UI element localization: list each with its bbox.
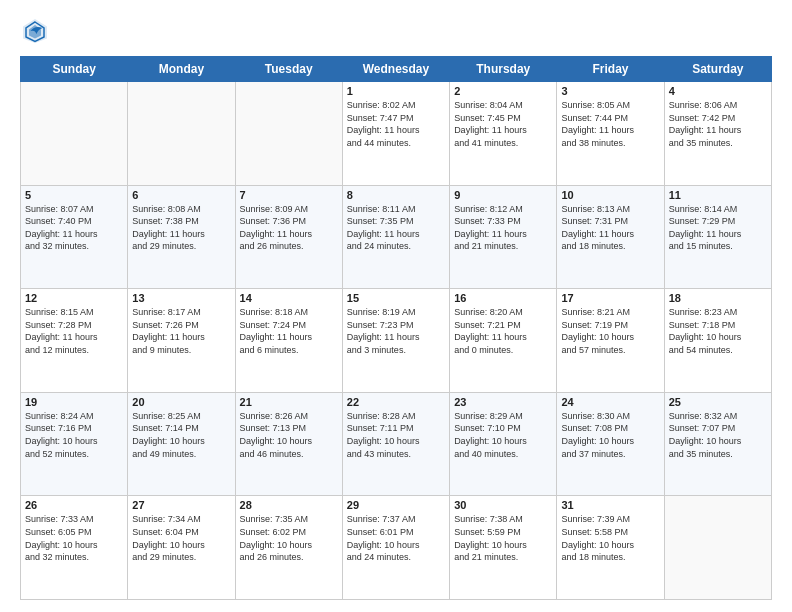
day-info: Sunrise: 8:11 AM Sunset: 7:35 PM Dayligh… [347,203,445,253]
day-number: 24 [561,396,659,408]
col-saturday: Saturday [664,57,771,82]
day-number: 18 [669,292,767,304]
day-info: Sunrise: 8:29 AM Sunset: 7:10 PM Dayligh… [454,410,552,460]
calendar-cell: 27Sunrise: 7:34 AM Sunset: 6:04 PM Dayli… [128,496,235,600]
day-number: 16 [454,292,552,304]
calendar-cell: 13Sunrise: 8:17 AM Sunset: 7:26 PM Dayli… [128,289,235,393]
logo [20,16,54,46]
col-monday: Monday [128,57,235,82]
day-number: 8 [347,189,445,201]
col-friday: Friday [557,57,664,82]
day-number: 20 [132,396,230,408]
calendar-cell: 23Sunrise: 8:29 AM Sunset: 7:10 PM Dayli… [450,392,557,496]
day-info: Sunrise: 8:26 AM Sunset: 7:13 PM Dayligh… [240,410,338,460]
calendar-cell: 10Sunrise: 8:13 AM Sunset: 7:31 PM Dayli… [557,185,664,289]
day-number: 12 [25,292,123,304]
day-number: 27 [132,499,230,511]
calendar-cell: 25Sunrise: 8:32 AM Sunset: 7:07 PM Dayli… [664,392,771,496]
calendar-cell [235,82,342,186]
calendar-cell: 4Sunrise: 8:06 AM Sunset: 7:42 PM Daylig… [664,82,771,186]
calendar-week-row: 19Sunrise: 8:24 AM Sunset: 7:16 PM Dayli… [21,392,772,496]
day-number: 3 [561,85,659,97]
day-info: Sunrise: 8:30 AM Sunset: 7:08 PM Dayligh… [561,410,659,460]
day-info: Sunrise: 8:15 AM Sunset: 7:28 PM Dayligh… [25,306,123,356]
calendar-cell: 9Sunrise: 8:12 AM Sunset: 7:33 PM Daylig… [450,185,557,289]
calendar-cell: 11Sunrise: 8:14 AM Sunset: 7:29 PM Dayli… [664,185,771,289]
day-number: 21 [240,396,338,408]
day-number: 25 [669,396,767,408]
calendar-cell [21,82,128,186]
calendar-cell: 2Sunrise: 8:04 AM Sunset: 7:45 PM Daylig… [450,82,557,186]
day-number: 13 [132,292,230,304]
day-number: 29 [347,499,445,511]
calendar-cell: 20Sunrise: 8:25 AM Sunset: 7:14 PM Dayli… [128,392,235,496]
col-sunday: Sunday [21,57,128,82]
calendar-cell [128,82,235,186]
day-number: 7 [240,189,338,201]
logo-icon [20,16,50,46]
calendar-cell: 26Sunrise: 7:33 AM Sunset: 6:05 PM Dayli… [21,496,128,600]
day-number: 19 [25,396,123,408]
day-info: Sunrise: 8:09 AM Sunset: 7:36 PM Dayligh… [240,203,338,253]
day-info: Sunrise: 8:28 AM Sunset: 7:11 PM Dayligh… [347,410,445,460]
calendar-week-row: 5Sunrise: 8:07 AM Sunset: 7:40 PM Daylig… [21,185,772,289]
calendar-cell: 31Sunrise: 7:39 AM Sunset: 5:58 PM Dayli… [557,496,664,600]
day-info: Sunrise: 8:12 AM Sunset: 7:33 PM Dayligh… [454,203,552,253]
calendar-cell: 28Sunrise: 7:35 AM Sunset: 6:02 PM Dayli… [235,496,342,600]
col-wednesday: Wednesday [342,57,449,82]
day-number: 5 [25,189,123,201]
calendar-week-row: 26Sunrise: 7:33 AM Sunset: 6:05 PM Dayli… [21,496,772,600]
calendar-cell: 1Sunrise: 8:02 AM Sunset: 7:47 PM Daylig… [342,82,449,186]
calendar-cell: 8Sunrise: 8:11 AM Sunset: 7:35 PM Daylig… [342,185,449,289]
day-number: 17 [561,292,659,304]
calendar-cell: 17Sunrise: 8:21 AM Sunset: 7:19 PM Dayli… [557,289,664,393]
day-number: 11 [669,189,767,201]
calendar-cell: 7Sunrise: 8:09 AM Sunset: 7:36 PM Daylig… [235,185,342,289]
calendar-cell: 22Sunrise: 8:28 AM Sunset: 7:11 PM Dayli… [342,392,449,496]
day-number: 14 [240,292,338,304]
day-info: Sunrise: 7:33 AM Sunset: 6:05 PM Dayligh… [25,513,123,563]
calendar-cell: 30Sunrise: 7:38 AM Sunset: 5:59 PM Dayli… [450,496,557,600]
day-number: 10 [561,189,659,201]
page: Sunday Monday Tuesday Wednesday Thursday… [0,0,792,612]
day-info: Sunrise: 8:32 AM Sunset: 7:07 PM Dayligh… [669,410,767,460]
day-info: Sunrise: 8:20 AM Sunset: 7:21 PM Dayligh… [454,306,552,356]
day-info: Sunrise: 8:19 AM Sunset: 7:23 PM Dayligh… [347,306,445,356]
day-info: Sunrise: 8:07 AM Sunset: 7:40 PM Dayligh… [25,203,123,253]
day-number: 22 [347,396,445,408]
calendar-cell: 15Sunrise: 8:19 AM Sunset: 7:23 PM Dayli… [342,289,449,393]
calendar-cell: 6Sunrise: 8:08 AM Sunset: 7:38 PM Daylig… [128,185,235,289]
calendar-cell: 12Sunrise: 8:15 AM Sunset: 7:28 PM Dayli… [21,289,128,393]
day-info: Sunrise: 8:21 AM Sunset: 7:19 PM Dayligh… [561,306,659,356]
day-info: Sunrise: 8:24 AM Sunset: 7:16 PM Dayligh… [25,410,123,460]
day-number: 9 [454,189,552,201]
day-info: Sunrise: 8:25 AM Sunset: 7:14 PM Dayligh… [132,410,230,460]
day-info: Sunrise: 8:08 AM Sunset: 7:38 PM Dayligh… [132,203,230,253]
calendar-cell: 29Sunrise: 7:37 AM Sunset: 6:01 PM Dayli… [342,496,449,600]
day-number: 4 [669,85,767,97]
calendar-cell: 3Sunrise: 8:05 AM Sunset: 7:44 PM Daylig… [557,82,664,186]
calendar-cell: 5Sunrise: 8:07 AM Sunset: 7:40 PM Daylig… [21,185,128,289]
header [20,16,772,46]
calendar-cell: 14Sunrise: 8:18 AM Sunset: 7:24 PM Dayli… [235,289,342,393]
calendar-header-row: Sunday Monday Tuesday Wednesday Thursday… [21,57,772,82]
day-info: Sunrise: 7:34 AM Sunset: 6:04 PM Dayligh… [132,513,230,563]
day-number: 28 [240,499,338,511]
day-info: Sunrise: 8:17 AM Sunset: 7:26 PM Dayligh… [132,306,230,356]
calendar-cell: 18Sunrise: 8:23 AM Sunset: 7:18 PM Dayli… [664,289,771,393]
day-info: Sunrise: 8:13 AM Sunset: 7:31 PM Dayligh… [561,203,659,253]
calendar-cell: 19Sunrise: 8:24 AM Sunset: 7:16 PM Dayli… [21,392,128,496]
calendar-table: Sunday Monday Tuesday Wednesday Thursday… [20,56,772,600]
day-number: 15 [347,292,445,304]
day-number: 26 [25,499,123,511]
day-number: 30 [454,499,552,511]
calendar-cell: 21Sunrise: 8:26 AM Sunset: 7:13 PM Dayli… [235,392,342,496]
day-info: Sunrise: 8:02 AM Sunset: 7:47 PM Dayligh… [347,99,445,149]
calendar-cell: 24Sunrise: 8:30 AM Sunset: 7:08 PM Dayli… [557,392,664,496]
calendar-cell [664,496,771,600]
day-number: 1 [347,85,445,97]
day-info: Sunrise: 7:37 AM Sunset: 6:01 PM Dayligh… [347,513,445,563]
day-number: 31 [561,499,659,511]
day-info: Sunrise: 7:38 AM Sunset: 5:59 PM Dayligh… [454,513,552,563]
day-info: Sunrise: 8:14 AM Sunset: 7:29 PM Dayligh… [669,203,767,253]
